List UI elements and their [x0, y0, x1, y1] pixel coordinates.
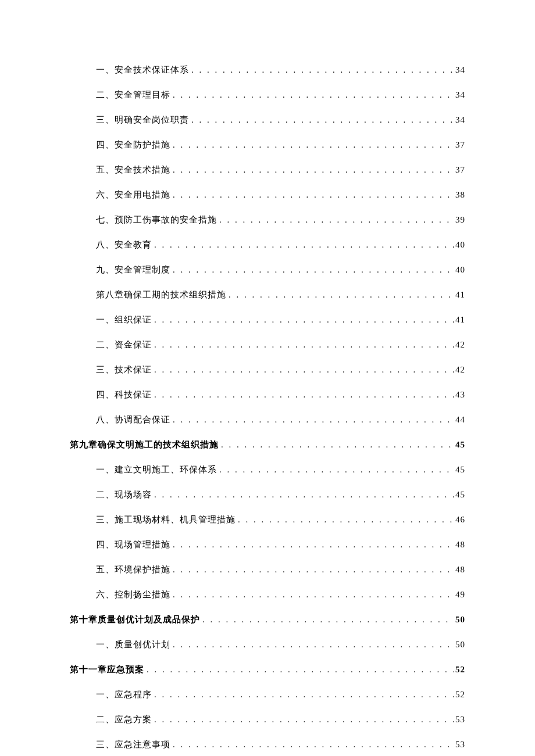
toc-entry: 四、现场管理措施48	[70, 539, 465, 551]
toc-entry-page: 37	[454, 139, 465, 151]
toc-entry: 三、应急注意事项53	[70, 739, 465, 751]
toc-entry-page: 42	[454, 364, 465, 376]
toc-entry-page: 39	[454, 214, 465, 226]
toc-leader-dots	[170, 564, 454, 576]
toc-leader-dots	[170, 189, 454, 201]
toc-leader-dots	[152, 314, 454, 326]
toc-leader-dots	[144, 664, 454, 676]
toc-entry-label: 二、应急方案	[96, 714, 152, 726]
toc-entry: 六、安全用电措施38	[70, 189, 465, 201]
toc-entry: 二、资金保证42	[70, 339, 465, 351]
toc-entry-page: 52	[454, 664, 465, 676]
toc-entry-page: 43	[454, 389, 465, 401]
toc-entry-page: 34	[454, 89, 465, 101]
toc-entry-label: 四、现场管理措施	[96, 539, 170, 551]
toc-leader-dots	[170, 139, 454, 151]
toc-entry-page: 44	[454, 414, 465, 426]
toc-entry-label: 二、安全管理目标	[96, 89, 170, 101]
toc-entry: 一、质量创优计划50	[70, 639, 465, 651]
toc-entry: 四、安全防护措施37	[70, 139, 465, 151]
toc-entry-page: 46	[454, 514, 465, 526]
toc-entry: 八、协调配合保证44	[70, 414, 465, 426]
toc-entry-page: 48	[454, 539, 465, 551]
toc-entry-page: 45	[454, 464, 465, 476]
toc-entry-label: 三、技术保证	[96, 364, 152, 376]
toc-entry: 第九章确保文明施工的技术组织措施45	[70, 439, 465, 451]
toc-entry-label: 四、安全防护措施	[96, 139, 170, 151]
toc-leader-dots	[236, 514, 454, 526]
toc-entry-label: 七、预防工伤事故的安全措施	[96, 214, 217, 226]
toc-leader-dots	[152, 714, 454, 726]
toc-entry: 六、控制扬尘措施49	[70, 589, 465, 601]
toc-entry: 三、明确安全岗位职责34	[70, 114, 465, 126]
toc-leader-dots	[217, 214, 454, 226]
toc-entry: 八、安全教育40	[70, 239, 465, 251]
toc-entry-label: 一、质量创优计划	[96, 639, 170, 651]
toc-entry-label: 一、组织保证	[96, 314, 152, 326]
toc-entry-label: 一、应急程序	[96, 689, 152, 701]
toc-leader-dots	[217, 464, 454, 476]
toc-entry-label: 四、科技保证	[96, 389, 152, 401]
table-of-contents: 一、安全技术保证体系34二、安全管理目标34三、明确安全岗位职责34四、安全防护…	[70, 64, 465, 756]
toc-entry: 第十一章应急预案52	[70, 664, 465, 676]
toc-entry: 九、安全管理制度40	[70, 264, 465, 276]
toc-entry-page: 52	[454, 689, 465, 701]
toc-leader-dots	[170, 539, 454, 551]
toc-leader-dots	[170, 639, 454, 651]
toc-entry-label: 二、资金保证	[96, 339, 152, 351]
toc-entry-label: 六、安全用电措施	[96, 189, 170, 201]
toc-leader-dots	[152, 389, 454, 401]
toc-entry-label: 五、环境保护措施	[96, 564, 170, 576]
toc-entry: 五、安全技术措施37	[70, 164, 465, 176]
toc-entry: 五、环境保护措施48	[70, 564, 465, 576]
toc-entry: 一、组织保证41	[70, 314, 465, 326]
toc-entry-label: 三、明确安全岗位职责	[96, 114, 189, 126]
toc-entry-label: 八、协调配合保证	[96, 414, 170, 426]
toc-entry-label: 第十章质量创优计划及成品保护	[70, 614, 200, 626]
toc-entry: 第十章质量创优计划及成品保护50	[70, 614, 465, 626]
toc-entry: 第八章确保工期的技术组织措施41	[70, 289, 465, 301]
toc-leader-dots	[170, 589, 454, 601]
toc-entry-page: 38	[454, 189, 465, 201]
toc-entry-page: 40	[454, 264, 465, 276]
toc-leader-dots	[219, 439, 454, 451]
toc-entry-page: 50	[454, 614, 465, 626]
toc-leader-dots	[170, 414, 454, 426]
toc-leader-dots	[152, 689, 454, 701]
toc-entry-page: 41	[454, 289, 465, 301]
toc-entry-label: 六、控制扬尘措施	[96, 589, 170, 601]
toc-leader-dots	[189, 64, 454, 76]
toc-entry: 七、预防工伤事故的安全措施39	[70, 214, 465, 226]
toc-entry-page: 48	[454, 564, 465, 576]
toc-entry-label: 三、应急注意事项	[96, 739, 170, 751]
toc-entry-label: 二、现场场容	[96, 489, 152, 501]
toc-leader-dots	[170, 264, 454, 276]
toc-entry: 二、现场场容45	[70, 489, 465, 501]
toc-entry-label: 五、安全技术措施	[96, 164, 170, 176]
toc-entry-page: 40	[454, 239, 465, 251]
toc-leader-dots	[152, 364, 454, 376]
toc-entry-page: 37	[454, 164, 465, 176]
toc-entry-label: 八、安全教育	[96, 239, 152, 251]
toc-entry-page: 34	[454, 114, 465, 126]
toc-entry: 一、安全技术保证体系34	[70, 64, 465, 76]
toc-entry-label: 一、安全技术保证体系	[96, 64, 189, 76]
toc-leader-dots	[189, 114, 454, 126]
toc-entry-label: 第八章确保工期的技术组织措施	[96, 289, 226, 301]
toc-entry: 二、安全管理目标34	[70, 89, 465, 101]
toc-entry: 一、建立文明施工、环保体系45	[70, 464, 465, 476]
toc-leader-dots	[170, 164, 454, 176]
toc-leader-dots	[152, 489, 454, 501]
toc-entry: 二、应急方案53	[70, 714, 465, 726]
toc-entry-page: 53	[454, 739, 465, 751]
toc-entry: 一、应急程序52	[70, 689, 465, 701]
toc-leader-dots	[226, 289, 454, 301]
toc-entry-page: 34	[454, 64, 465, 76]
toc-entry-page: 49	[454, 589, 465, 601]
toc-leader-dots	[170, 739, 454, 751]
toc-entry-label: 第九章确保文明施工的技术组织措施	[70, 439, 219, 451]
toc-leader-dots	[170, 89, 454, 101]
toc-entry-page: 41	[454, 314, 465, 326]
toc-entry-label: 三、施工现场材料、机具管理措施	[96, 514, 236, 526]
toc-entry-page: 53	[454, 714, 465, 726]
